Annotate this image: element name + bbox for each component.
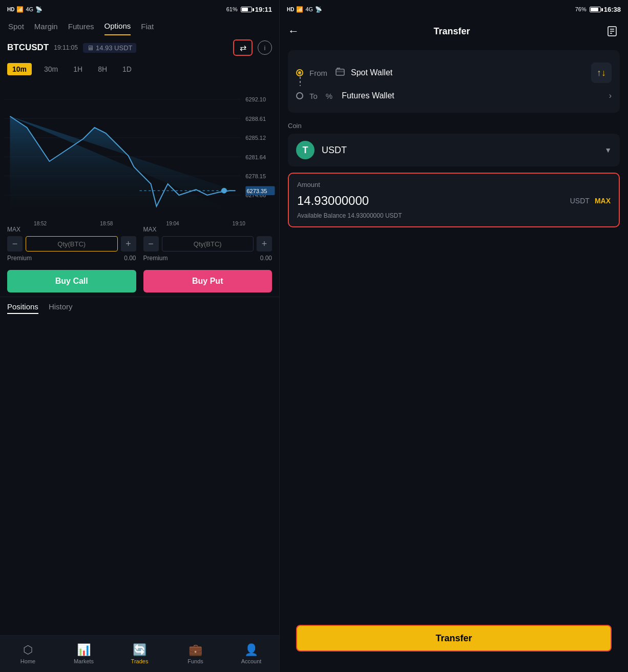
tab-positions[interactable]: Positions — [7, 302, 38, 314]
amount-row: 14.93000000 USDT MAX — [297, 194, 611, 208]
ticker-price: 14.93 USDT — [96, 44, 133, 52]
price-label-4: 6281.64 — [245, 154, 266, 160]
plus-btn-left[interactable]: + — [121, 236, 136, 251]
nav-label-account: Account — [241, 658, 262, 664]
hd-icon-right: HD — [287, 7, 294, 12]
premium-label-right: Premium — [143, 255, 168, 262]
available-balance-label: Available Balance — [297, 212, 346, 219]
transfer-section: From Spot Wallet ↑↓ To % Futures Wallet … — [288, 50, 620, 113]
clock-left: 19:11 — [255, 6, 272, 13]
tab-options[interactable]: Options — [104, 22, 131, 35]
price-chart: 6292.10 6288.61 6285.12 6281.64 6278.15 … — [0, 82, 279, 218]
info-button[interactable]: i — [258, 40, 272, 55]
tab-fiat[interactable]: Fiat — [141, 22, 154, 35]
swap-icon: ⇄ — [240, 43, 246, 53]
buy-call-button[interactable]: Buy Call — [7, 270, 136, 292]
nav-item-funds[interactable]: 💼 Funds — [168, 643, 223, 664]
time-label-1904: 19:04 — [166, 221, 179, 226]
futures-arrow-icon: › — [609, 91, 612, 100]
right-status-right: 76% 16:38 — [575, 6, 621, 13]
amount-currency: USDT — [570, 197, 590, 205]
battery-icon-right — [590, 7, 601, 12]
network-label: 4G — [26, 6, 33, 12]
back-button[interactable]: ← — [288, 25, 299, 38]
funds-icon: 💼 — [189, 643, 202, 657]
right-status-bar: HD 📶 4G 📡 76% 16:38 — [280, 0, 628, 18]
battery-pct-left: 61% — [226, 6, 238, 12]
swap-button[interactable]: ⇄ — [233, 39, 253, 56]
qty-row-left: − + — [7, 236, 136, 251]
bottom-nav-left: ⬡ Home 📊 Markets 🔄 Trades 💼 Funds 👤 Acco… — [0, 635, 279, 672]
battery-fill-left — [242, 8, 248, 11]
swap-arrows-button[interactable]: ↑↓ — [591, 62, 612, 83]
battery-icon-left — [241, 7, 252, 12]
screen-icon: 🖥 — [87, 44, 94, 52]
transfer-title: Transfer — [305, 26, 598, 37]
network-label-right: 4G — [305, 6, 313, 12]
qty-input-right[interactable] — [162, 236, 254, 251]
nav-label-markets: Markets — [74, 658, 94, 664]
amount-max-button[interactable]: MAX — [595, 197, 611, 205]
right-status-left: HD 📶 4G 📡 — [287, 6, 322, 13]
history-button[interactable] — [604, 24, 620, 39]
coin-selector[interactable]: T USDT ▼ — [288, 134, 620, 166]
time-label-1910: 19:10 — [233, 221, 245, 226]
right-header: ← Transfer — [280, 18, 628, 44]
dropdown-arrow-icon: ▼ — [604, 146, 612, 154]
price-label-1: 6292.10 — [245, 96, 266, 102]
ticker-time: 19:11:05 — [54, 44, 78, 51]
nav-item-trades[interactable]: 🔄 Trades — [112, 643, 168, 664]
battery-fill-right — [591, 8, 598, 11]
transfer-btn-container: Transfer — [288, 625, 620, 652]
history-icon — [606, 25, 618, 37]
nav-label-home: Home — [20, 658, 35, 664]
right-spacer — [280, 236, 628, 625]
right-panel: HD 📶 4G 📡 76% 16:38 ← Transfer — [279, 0, 628, 672]
wifi-icon: 📡 — [35, 6, 43, 13]
left-status-left: HD 📶 4G 📡 — [7, 6, 43, 13]
ticker-symbol: BTCUSDT — [7, 43, 49, 53]
transfer-button[interactable]: Transfer — [296, 625, 612, 652]
battery-pct-right: 76% — [575, 6, 587, 12]
nav-item-account[interactable]: 👤 Account — [223, 643, 279, 664]
interval-30m[interactable]: 30m — [41, 63, 61, 75]
nav-item-home[interactable]: ⬡ Home — [0, 643, 56, 664]
from-label: From — [309, 69, 327, 77]
spot-wallet-icon — [336, 68, 345, 76]
premium-row-left: Premium 0.00 — [7, 255, 136, 262]
premium-value-right: 0.00 — [260, 255, 272, 262]
tab-margin[interactable]: Margin — [34, 22, 58, 35]
interval-1d[interactable]: 1D — [119, 63, 135, 75]
interval-8h[interactable]: 8H — [95, 63, 110, 75]
qty-input-left[interactable] — [26, 236, 118, 251]
interval-10m[interactable]: 10m — [7, 63, 32, 75]
minus-btn-right[interactable]: − — [143, 236, 159, 251]
interval-1h[interactable]: 1H — [70, 63, 86, 75]
to-label: To — [309, 92, 318, 100]
time-labels: 18:52 18:58 19:04 19:10 — [0, 220, 279, 228]
wifi-icon-right: 📡 — [315, 6, 322, 13]
nav-item-markets[interactable]: 📊 Markets — [56, 643, 112, 664]
tab-history[interactable]: History — [49, 302, 73, 314]
price-label-5: 6278.15 — [245, 173, 266, 179]
current-price-label: 6273.35 — [246, 188, 267, 194]
tab-futures[interactable]: Futures — [68, 22, 94, 35]
premium-row-right: Premium 0.00 — [143, 255, 273, 262]
svg-rect-11 — [336, 71, 344, 72]
available-balance: Available Balance 14.93000000 USDT — [297, 212, 611, 219]
from-row: From Spot Wallet ↑↓ — [296, 58, 612, 87]
to-row: To % Futures Wallet › — [296, 87, 612, 104]
nav-label-funds: Funds — [187, 658, 203, 664]
tab-spot[interactable]: Spot — [8, 22, 24, 35]
left-status-bar: HD 📶 4G 📡 61% 19:11 — [0, 0, 279, 18]
plus-btn-right[interactable]: + — [257, 236, 272, 251]
nav-label-trades: Trades — [131, 658, 149, 664]
info-icon: i — [264, 44, 266, 52]
home-icon: ⬡ — [23, 643, 33, 657]
signal-icon: 📶 — [16, 6, 24, 13]
amount-label: Amount — [297, 181, 611, 188]
minus-btn-left[interactable]: − — [7, 236, 23, 251]
chart-fill — [10, 116, 236, 212]
buy-put-button[interactable]: Buy Put — [143, 270, 273, 292]
time-intervals: 10m 30m 1H 8H 1D — [0, 60, 279, 78]
